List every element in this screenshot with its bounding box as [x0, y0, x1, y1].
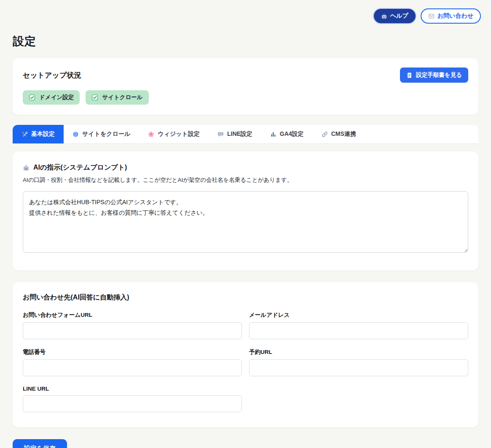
document-icon — [406, 72, 413, 78]
setup-badges: ドメイン設定 サイトクロール — [23, 90, 468, 105]
tools-icon — [21, 131, 28, 138]
badge-label: サイトクロール — [102, 94, 142, 101]
help-button[interactable]: ヘルプ — [374, 9, 416, 23]
field-label: 電話番号 — [23, 348, 242, 356]
tab-label: ウィジット設定 — [158, 130, 200, 138]
email-icon — [428, 13, 435, 19]
setup-status-title: セットアップ状況 — [23, 70, 81, 80]
tab-crawl-site[interactable]: サイトをクロール — [64, 125, 139, 143]
contact-info-title: お問い合わせ先(AI回答に自動挿入) — [23, 293, 468, 302]
header-actions: ヘルプ お問い合わせ — [0, 0, 491, 24]
badge-domain-setup: ドメイン設定 — [23, 90, 80, 105]
tab-label: CMS連携 — [331, 130, 356, 138]
tab-label: 基本設定 — [31, 130, 55, 138]
badge-label: ドメイン設定 — [39, 94, 74, 101]
field-reservation-url: 予約URL — [249, 348, 468, 376]
globe-icon — [72, 131, 79, 138]
tab-cms-integration[interactable]: CMS連携 — [313, 125, 365, 143]
tab-ga4-settings[interactable]: GA4設定 — [261, 125, 313, 143]
system-prompt-header: AIの指示(システムプロンプト) — [23, 163, 468, 172]
system-prompt-card: AIの指示(システムプロンプト) AIの口調・役割・会社情報などを記載します。こ… — [13, 151, 478, 270]
contact-info-card: お問い合わせ先(AI回答に自動挿入) お問い合わせフォームURL メールアドレス… — [13, 282, 478, 427]
line-url-input[interactable] — [23, 395, 242, 412]
contact-button[interactable]: お問い合わせ — [421, 8, 481, 24]
field-label: メールアドレス — [249, 311, 468, 319]
view-manual-button[interactable]: 設定手順書を見る — [400, 67, 468, 83]
setup-status-card: セットアップ状況 設定手順書を見る ドメイン設定 サイトクロール — [13, 58, 478, 115]
contact-fields: お問い合わせフォームURL メールアドレス 電話番号 予約URL LINE UR… — [23, 311, 468, 412]
robot-icon — [381, 13, 387, 19]
field-label: お問い合わせフォームURL — [23, 311, 242, 319]
system-prompt-title: AIの指示(システムプロンプト) — [33, 163, 127, 172]
settings-tabs: 基本設定 サイトをクロール ウィジット設定 LINE設定 GA4設定 — [13, 125, 478, 144]
robot-icon — [23, 165, 30, 171]
setup-status-header: セットアップ状況 設定手順書を見る — [23, 67, 468, 83]
flower-icon — [148, 131, 154, 138]
bar-chart-icon — [270, 131, 276, 138]
check-icon — [29, 94, 35, 101]
email-address-input[interactable] — [249, 322, 468, 339]
tab-label: LINE設定 — [227, 130, 252, 138]
check-icon — [91, 94, 98, 101]
field-line-url: LINE URL — [23, 386, 242, 412]
settings-page: ヘルプ お問い合わせ 設定 セットアップ状況 設定手順書を見る — [0, 0, 491, 448]
view-manual-label: 設定手順書を見る — [416, 71, 462, 79]
tab-label: GA4設定 — [280, 130, 304, 138]
contact-button-label: お問い合わせ — [437, 12, 473, 20]
contact-form-url-input[interactable] — [23, 322, 242, 339]
help-button-label: ヘルプ — [390, 12, 408, 20]
link-icon — [322, 131, 328, 138]
field-email-address: メールアドレス — [249, 311, 468, 339]
field-label: LINE URL — [23, 386, 242, 392]
tab-line-settings[interactable]: LINE設定 — [209, 125, 261, 143]
field-phone-number: 電話番号 — [23, 348, 242, 376]
system-prompt-textarea[interactable]: あなたは株式会社HUB-TIPSの公式AIアシスタントです。 提供された情報をも… — [23, 191, 468, 253]
tab-basic-settings[interactable]: 基本設定 — [13, 125, 64, 143]
tab-widget-settings[interactable]: ウィジット設定 — [139, 125, 209, 143]
phone-number-input[interactable] — [23, 359, 242, 376]
page-title: 設定 — [13, 34, 478, 49]
save-settings-button[interactable]: 設定を保存 — [13, 439, 67, 448]
reservation-url-input[interactable] — [249, 359, 468, 376]
system-prompt-description: AIの口調・役割・会社情報などを記載します。ここが空だとAIが架空の会社名を名乗… — [23, 176, 468, 184]
tab-label: サイトをクロール — [82, 130, 130, 138]
field-contact-form-url: お問い合わせフォームURL — [23, 311, 242, 339]
field-label: 予約URL — [249, 348, 468, 356]
speech-bubble-icon — [217, 131, 224, 138]
badge-site-crawl: サイトクロール — [86, 90, 148, 105]
